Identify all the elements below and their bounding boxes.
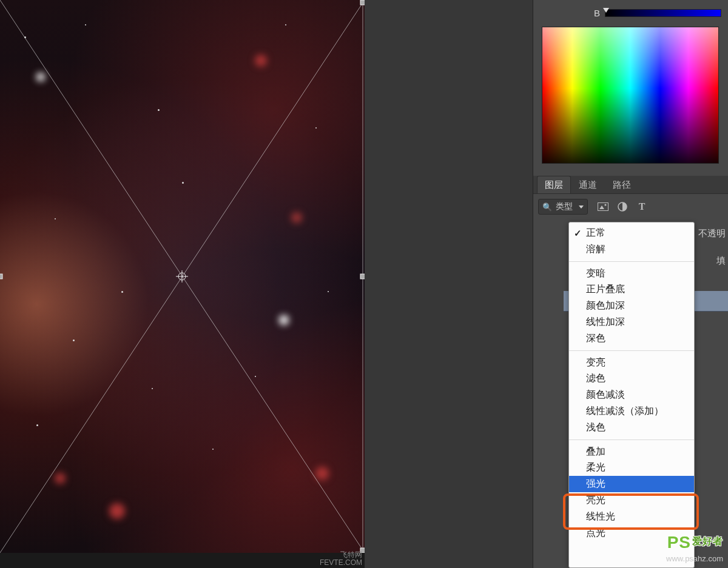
search-icon: 🔍 [542,202,552,212]
star [55,218,56,219]
text-filter-icon[interactable]: T [636,201,647,212]
star [85,24,86,25]
star [315,467,329,480]
blend-mode-hard-light[interactable]: 强光 [569,476,694,492]
blend-mode-linear-burn[interactable]: 线性加深 [569,314,694,330]
blend-mode-darken[interactable]: 变暗 [569,266,694,282]
menu-separator [569,261,694,262]
fill-label: 填 [716,255,726,267]
canvas-image [0,0,365,553]
blend-mode-dropdown[interactable]: ✓ 正常 溶解 变暗 正片叠底 颜色加深 线性加深 深色 变亮 滤色 颜色减淡 … [568,222,695,568]
svg-rect-10 [598,203,608,211]
b-channel-label: B [594,8,600,18]
star [73,339,75,341]
tab-layers[interactable]: 图层 [537,176,571,193]
credit-line-1: 飞特网 [320,551,362,559]
blend-mode-soft-light[interactable]: 柔光 [569,459,694,476]
credit-line-2: FEVTE.COM [320,559,362,567]
star [158,109,160,111]
menu-separator [569,350,694,351]
chevron-down-icon [579,205,584,209]
workspace-background [365,0,533,568]
blend-mode-color-dodge[interactable]: 颜色减淡 [569,387,694,403]
adjustment-filter-icon[interactable] [617,201,628,212]
svg-point-12 [604,204,606,205]
star [24,36,26,38]
blend-mode-lighter-color[interactable]: 浅色 [569,419,694,436]
blend-mode-multiply[interactable]: 正片叠底 [569,281,694,298]
star [212,449,214,450]
tab-channels[interactable]: 通道 [571,176,605,193]
slider-track[interactable] [605,9,721,17]
star [255,55,267,67]
star [291,212,302,223]
star [152,388,153,389]
layer-filter-select[interactable]: 🔍 类型 [538,199,588,215]
watermark-logo: PS爱好者 [667,533,723,552]
star [121,291,123,293]
star [255,376,256,377]
blend-mode-screen[interactable]: 滤色 [569,370,694,387]
blend-mode-overlay[interactable]: 叠加 [569,444,694,460]
canvas-footer: 飞特网 FEVTE.COM [0,553,365,568]
blend-mode-color-burn[interactable]: 颜色加深 [569,298,694,314]
menu-separator [569,439,694,440]
star [279,315,289,325]
blend-mode-darker-color[interactable]: 深色 [569,330,694,347]
star [36,73,45,81]
blend-mode-lighten[interactable]: 变亮 [569,355,694,371]
svg-marker-11 [599,205,604,209]
credit: 飞特网 FEVTE.COM [320,551,362,567]
star [328,291,329,292]
canvas-area[interactable]: 飞特网 FEVTE.COM [0,0,365,568]
filter-label: 类型 [556,201,573,212]
image-filter-icon[interactable] [598,201,608,212]
tab-paths[interactable]: 路径 [605,176,639,193]
star [36,424,38,426]
slider-thumb[interactable] [603,8,609,13]
star [109,503,125,519]
star [285,24,286,25]
blend-mode-dissolve[interactable]: 溶解 [569,241,694,258]
opacity-label: 不透明 [698,228,726,239]
star [55,473,66,484]
color-spectrum[interactable] [542,27,719,164]
blend-mode-linear-dodge[interactable]: 线性减淡（添加） [569,403,694,419]
layer-filter-row: 🔍 类型 T [533,194,728,218]
check-icon: ✓ [574,227,582,239]
star [182,182,184,184]
blend-mode-vivid-light[interactable]: 亮光 [569,492,694,509]
blend-mode-normal[interactable]: ✓ 正常 [569,225,694,241]
star [315,127,317,129]
color-panel: B [533,0,728,176]
b-channel-slider[interactable]: B [594,7,721,18]
blend-mode-linear-light[interactable]: 线性光 [569,509,694,525]
layer-opacity-labels: 不透明 填 [698,228,726,267]
panel-tabs: 图层 通道 路径 [533,176,728,194]
watermark-url: www.psahz.com [666,554,723,563]
